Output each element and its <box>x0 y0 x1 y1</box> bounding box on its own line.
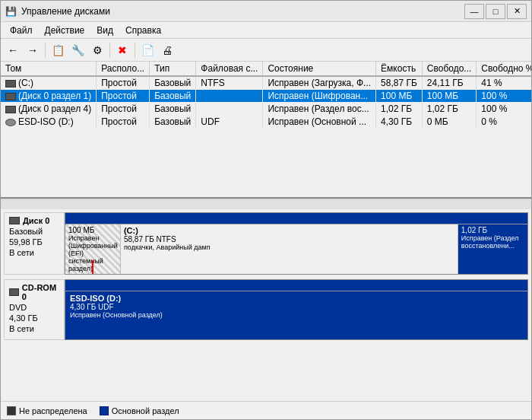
cell-free-pct: 100 % <box>477 90 531 103</box>
cdrom0-icon <box>9 288 19 296</box>
table-row[interactable]: ESD-ISO (D:) Простой Базовый UDF Исправе… <box>1 116 531 129</box>
table-header-row: Том Располо... Тип Файловая с... Состоян… <box>1 62 531 76</box>
maximize-button[interactable]: □ <box>486 4 505 19</box>
cell-free: 24,11 ГБ <box>422 76 477 90</box>
menu-help[interactable]: Справка <box>119 24 167 37</box>
col-free: Свободо... <box>422 62 477 76</box>
horizontal-scrollbar[interactable] <box>1 199 531 209</box>
cell-fs: NTFS <box>196 76 263 90</box>
disk-table: Том Располо... Тип Файловая с... Состоян… <box>1 62 531 129</box>
table-section[interactable]: Том Располо... Тип Файловая с... Состоян… <box>1 62 531 199</box>
toolbar: ← → 📋 🔧 ⚙ ✖ 📄 🖨 <box>1 39 531 62</box>
col-size: Ёмкость <box>376 62 423 76</box>
col-status: Состояние <box>263 62 376 76</box>
cell-free: 100 МБ <box>422 90 477 103</box>
cdrom0-partition-name: ESD-ISO (D:) <box>70 294 523 303</box>
cell-size: 100 МБ <box>376 90 423 103</box>
disk0-name: Диск 0 <box>23 216 49 225</box>
cdrom0-partition[interactable]: ESD-ISO (D:) 4,30 ГБ UDF Исправен (Основ… <box>65 291 527 339</box>
minimize-button[interactable]: — <box>464 4 484 19</box>
toolbar-back[interactable]: ← <box>4 41 22 59</box>
cell-free-pct: 0 % <box>477 116 531 129</box>
table-row[interactable]: (Диск 0 раздел 4) Простой Базовый Исправ… <box>1 103 531 116</box>
cdrom0-label: CD-ROM 0 DVD 4,30 ГБ В сети <box>4 279 65 340</box>
col-free-pct: Свободно % <box>477 62 531 76</box>
disk0-label: Диск 0 Базовый 59,98 ГБ В сети <box>4 212 65 275</box>
title-buttons: — □ ✕ <box>464 4 527 19</box>
disk0-system-partition[interactable]: 100 МБ Исправен (Шифрованный (EFI) систе… <box>65 224 121 274</box>
cell-location: Простой <box>97 90 150 103</box>
disk0-type: Базовый <box>9 227 59 236</box>
cdrom0-partition-status: Исправен (Основной раздел) <box>70 311 523 319</box>
disk0-main-partition[interactable]: (C:) 58,87 ГБ NTFS подкачки, Аварийный д… <box>121 224 458 274</box>
cell-size: 58,87 ГБ <box>376 76 423 90</box>
cdrom0-row: CD-ROM 0 DVD 4,30 ГБ В сети ESD-ISO (D:)… <box>4 279 528 340</box>
window-title: Управление дисками <box>21 6 110 17</box>
cell-status: Исправен (Основной ... <box>263 116 376 129</box>
disk0-size: 59,98 ГБ <box>9 237 59 247</box>
menu-action[interactable]: Действие <box>39 24 91 37</box>
cdrom0-name: CD-ROM 0 <box>22 283 59 301</box>
cell-size: 4,30 ГБ <box>376 116 423 129</box>
cell-free-pct: 41 % <box>477 76 531 90</box>
cdrom0-partitions: ESD-ISO (D:) 4,30 ГБ UDF Исправен (Основ… <box>65 291 527 339</box>
app-icon: 💾 <box>5 6 17 17</box>
cell-free-pct: 100 % <box>477 103 531 116</box>
cell-name: (Диск 0 раздел 1) <box>1 90 97 103</box>
cell-location: Простой <box>97 103 150 116</box>
cell-name: ESD-ISO (D:) <box>1 116 97 129</box>
col-location: Располо... <box>97 62 150 76</box>
disk0-visual: 100 МБ Исправен (Шифрованный (EFI) систе… <box>65 212 528 275</box>
cdrom0-status: В сети <box>9 324 59 333</box>
disk0-partitions: 100 МБ Исправен (Шифрованный (EFI) систе… <box>65 224 527 274</box>
table-row[interactable]: (C:) Простой Базовый NTFS Исправен (Загр… <box>1 76 531 90</box>
disk-table-body: (C:) Простой Базовый NTFS Исправен (Загр… <box>1 76 531 129</box>
cdrom0-size: 4,30 ГБ <box>9 313 59 323</box>
cdrom0-partition-size: 4,30 ГБ UDF <box>70 303 523 311</box>
main-window: 💾 Управление дисками — □ ✕ Файл Действие… <box>0 0 532 420</box>
cdrom0-type: DVD <box>9 303 59 312</box>
toolbar-sep1 <box>45 43 46 58</box>
cell-type: Базовый <box>150 116 196 129</box>
toolbar-forward[interactable]: → <box>24 41 42 59</box>
main-content: Том Располо... Тип Файловая с... Состоян… <box>1 62 531 419</box>
toolbar-btn1[interactable]: 📋 <box>49 41 67 59</box>
cell-free: 1,02 ГБ <box>422 103 477 116</box>
toolbar-btn3[interactable]: ⚙ <box>88 41 106 59</box>
cell-type: Базовый <box>150 76 196 90</box>
cdrom0-bar <box>65 280 527 291</box>
cell-name: (C:) <box>1 76 97 90</box>
cell-size: 1,02 ГБ <box>376 103 423 116</box>
table-row[interactable]: (Диск 0 раздел 1) Простой Базовый Исправ… <box>1 90 531 103</box>
cell-name: (Диск 0 раздел 4) <box>1 103 97 116</box>
menu-bar: Файл Действие Вид Справка <box>1 22 531 39</box>
close-button[interactable]: ✕ <box>507 4 527 19</box>
disk0-bar <box>65 213 527 224</box>
legend-unallocated-box <box>7 406 16 415</box>
disk0-row: Диск 0 Базовый 59,98 ГБ В сети 100 МБ Ис… <box>4 212 528 275</box>
col-type: Тип <box>150 62 196 76</box>
toolbar-delete[interactable]: ✖ <box>113 41 131 59</box>
toolbar-btn2[interactable]: 🔧 <box>68 41 87 59</box>
cell-location: Простой <box>97 116 150 129</box>
disk0-recovery-size: 1,02 ГБ <box>461 226 524 234</box>
legend-unallocated: Не распределена <box>7 406 87 415</box>
status-bar: Не распределена Основной раздел <box>1 401 531 419</box>
cell-fs <box>196 90 263 103</box>
legend-primary: Основной раздел <box>100 406 179 415</box>
menu-view[interactable]: Вид <box>90 24 119 37</box>
toolbar-btn5[interactable]: 🖨 <box>158 41 176 59</box>
cdrom0-visual: ESD-ISO (D:) 4,30 ГБ UDF Исправен (Основ… <box>65 279 528 340</box>
disk0-status: В сети <box>9 248 59 257</box>
cell-type: Базовый <box>150 103 196 116</box>
disk0-icon <box>9 217 20 224</box>
toolbar-btn4[interactable]: 📄 <box>138 41 157 59</box>
menu-file[interactable]: Файл <box>4 24 39 37</box>
disk0-main-status: подкачки, Аварийный дамп <box>124 243 454 251</box>
toolbar-sep2 <box>109 43 110 58</box>
cell-status: Исправен (Загрузка, Ф... <box>263 76 376 90</box>
disk-area-section: Диск 0 Базовый 59,98 ГБ В сети 100 МБ Ис… <box>1 209 531 401</box>
disk0-icon-row: Диск 0 <box>9 216 59 225</box>
title-bar: 💾 Управление дисками — □ ✕ <box>1 1 531 22</box>
disk0-recovery-partition[interactable]: 1,02 ГБ Исправен (Раздел восстановлени..… <box>458 224 527 274</box>
